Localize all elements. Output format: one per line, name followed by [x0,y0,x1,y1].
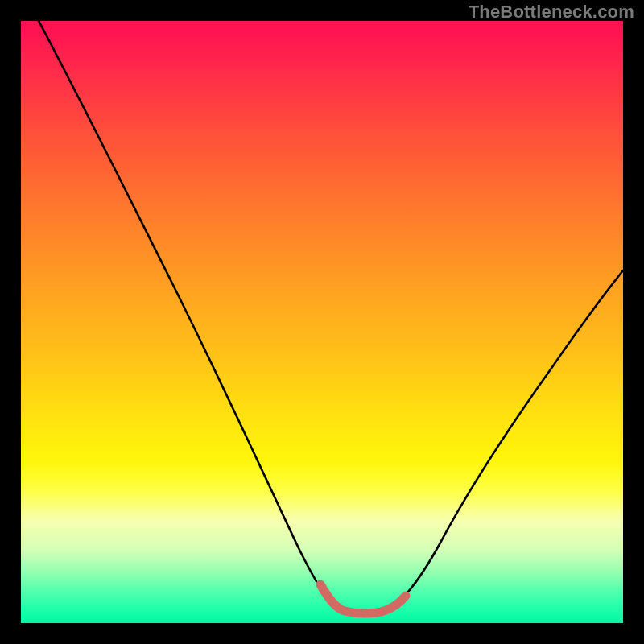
plot-area [21,21,623,623]
chart-frame: TheBottleneck.com [0,0,644,644]
curve-layer [21,21,623,623]
bottleneck-curve-path [39,21,623,613]
highlight-segment-path [320,584,406,613]
watermark-text: TheBottleneck.com [469,2,634,23]
